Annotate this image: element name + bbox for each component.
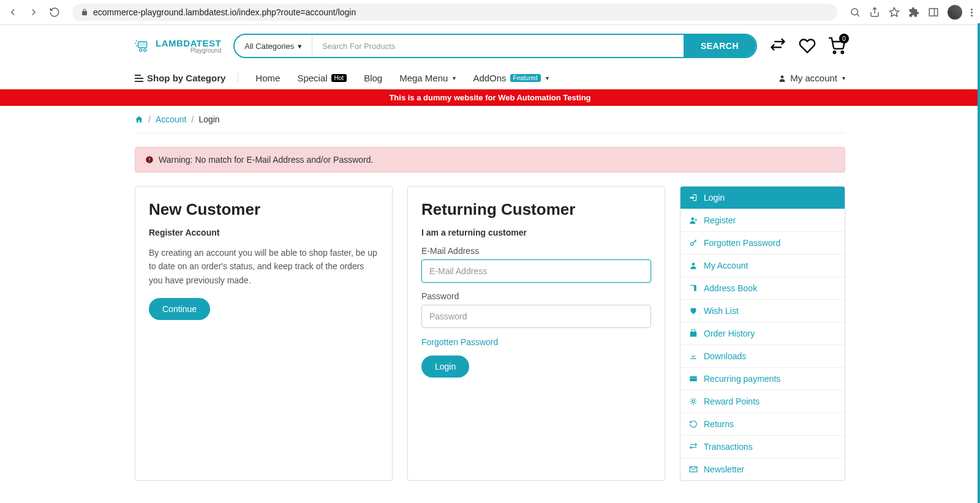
svg-point-13 (834, 51, 836, 54)
home-icon (135, 115, 143, 124)
wishlist-icon[interactable] (799, 37, 816, 54)
heart-icon (689, 307, 698, 315)
sidebar-item-label: Transactions (704, 442, 753, 452)
nav-mega-menu[interactable]: Mega Menu ▾ (399, 73, 456, 83)
sidebar-item-label: Order History (704, 329, 755, 338)
search-bar: All Categories ▾ SEARCH (233, 34, 757, 58)
main-nav: Shop by Category Home Special Hot Blog M… (135, 67, 845, 89)
more-menu-icon[interactable] (971, 9, 973, 17)
page-scrollbar[interactable] (978, 23, 980, 503)
login-button[interactable]: Login (421, 356, 469, 378)
sidebar-item-label: Recurring payments (704, 374, 780, 384)
panel-icon[interactable] (928, 7, 939, 18)
warning-icon (145, 155, 154, 164)
nav-addons[interactable]: AddOns Featured ▾ (473, 73, 548, 83)
svg-point-0 (851, 9, 858, 15)
password-label: Password (421, 291, 651, 301)
sidebar-item-recurring-payments[interactable]: Recurring payments (680, 368, 845, 390)
sidebar-item-newsletter[interactable]: Newsletter (680, 458, 845, 480)
email-input[interactable] (421, 259, 651, 283)
password-input[interactable] (421, 305, 651, 328)
sidebar-item-label: Newsletter (704, 464, 744, 474)
sidebar-item-address-book[interactable]: Address Book (680, 277, 845, 300)
account-sidebar: LoginRegisterForgotten PasswordMy Accoun… (680, 186, 845, 481)
search-button[interactable]: SEARCH (684, 35, 756, 57)
sidebar-item-register[interactable]: Register (680, 209, 845, 232)
star-icon[interactable] (889, 7, 900, 18)
zoom-icon[interactable] (850, 7, 861, 18)
sidebar-item-label: Reward Points (704, 397, 760, 406)
search-category-label: All Categories (244, 42, 294, 51)
sidebar-item-label: Address Book (704, 283, 757, 293)
browser-nav (7, 7, 60, 18)
extensions-icon[interactable] (908, 7, 919, 18)
svg-point-18 (149, 161, 149, 162)
sidebar-item-label: Register (704, 215, 736, 225)
logo[interactable]: LAMBDATEST Playground (135, 37, 221, 54)
nav-my-account[interactable]: My account ▾ (778, 73, 845, 83)
compare-icon[interactable] (769, 37, 786, 54)
svg-point-15 (781, 75, 784, 78)
sidebar-item-login[interactable]: Login (680, 187, 845, 209)
returning-title: Returning Customer (421, 200, 651, 219)
search-input[interactable] (312, 35, 684, 57)
caret-down-icon: ▾ (453, 75, 456, 81)
forgotten-password-link[interactable]: Forgotten Password (421, 337, 498, 347)
new-customer-title: New Customer (149, 200, 379, 219)
back-button[interactable] (7, 7, 18, 18)
book-icon (689, 284, 698, 292)
nav-special[interactable]: Special Hot (297, 73, 347, 83)
url-bar[interactable]: ecommerce-playground.lambdatest.io/index… (72, 4, 837, 21)
hamburger-icon (135, 75, 143, 82)
login-icon (689, 193, 698, 202)
alert-text: Warning: No match for E-Mail Address and… (159, 155, 373, 165)
caret-down-icon: ▾ (842, 75, 845, 81)
sidebar-item-downloads[interactable]: Downloads (680, 345, 845, 368)
dummy-website-banner: This is a dummy website for Web Automati… (0, 89, 980, 106)
svg-point-14 (842, 51, 844, 54)
lock-icon (81, 9, 88, 16)
site-header: LAMBDATEST Playground All Categories ▾ S… (135, 25, 845, 67)
svg-rect-7 (139, 42, 146, 46)
breadcrumb-separator: / (191, 114, 194, 124)
sidebar-item-transactions[interactable]: Transactions (680, 436, 845, 458)
page-content: LAMBDATEST Playground All Categories ▾ S… (123, 25, 858, 89)
sidebar-item-reward-points[interactable]: Reward Points (680, 390, 845, 413)
search-category-dropdown[interactable]: All Categories ▾ (235, 35, 312, 57)
download-icon (689, 352, 698, 360)
sidebar-item-label: My Account (704, 261, 748, 270)
nav-shop-by-category[interactable]: Shop by Category (135, 73, 238, 83)
cart-count-badge: 0 (839, 34, 849, 43)
nav-blog[interactable]: Blog (364, 73, 382, 83)
sidebar-item-label: Forgotten Password (704, 238, 780, 248)
new-customer-subtitle: Register Account (149, 228, 379, 237)
register-icon (689, 216, 698, 225)
sidebar-item-label: Login (704, 193, 725, 203)
share-icon[interactable] (869, 7, 880, 18)
reload-button[interactable] (49, 7, 60, 18)
breadcrumb-separator: / (148, 114, 151, 124)
profile-avatar[interactable] (948, 5, 962, 20)
breadcrumb-home[interactable] (135, 115, 143, 124)
sidebar-item-forgotten-password[interactable]: Forgotten Password (680, 232, 845, 255)
sidebar-item-order-history[interactable]: Order History (680, 322, 845, 345)
caret-down-icon: ▾ (546, 75, 549, 81)
svg-point-12 (136, 45, 137, 47)
returning-customer-card: Returning Customer I am a returning cust… (407, 186, 665, 481)
breadcrumb-account[interactable]: Account (156, 114, 187, 124)
sidebar-item-label: Wish List (704, 306, 739, 316)
cart-icon[interactable]: 0 (828, 37, 845, 54)
sidebar-item-wish-list[interactable]: Wish List (680, 300, 845, 322)
content-grid: New Customer Register Account By creatin… (135, 186, 845, 481)
chevron-down-icon: ▾ (298, 42, 302, 51)
sidebar-item-returns[interactable]: Returns (680, 413, 845, 436)
user-icon (778, 74, 786, 83)
forward-button[interactable] (28, 7, 39, 18)
svg-rect-23 (690, 378, 697, 379)
browser-right-icons (850, 5, 973, 20)
sidebar-item-my-account[interactable]: My Account (680, 255, 845, 277)
continue-button[interactable]: Continue (149, 298, 210, 320)
nav-home[interactable]: Home (255, 73, 280, 83)
mail-icon (689, 465, 698, 474)
header-icons: 0 (769, 37, 845, 54)
